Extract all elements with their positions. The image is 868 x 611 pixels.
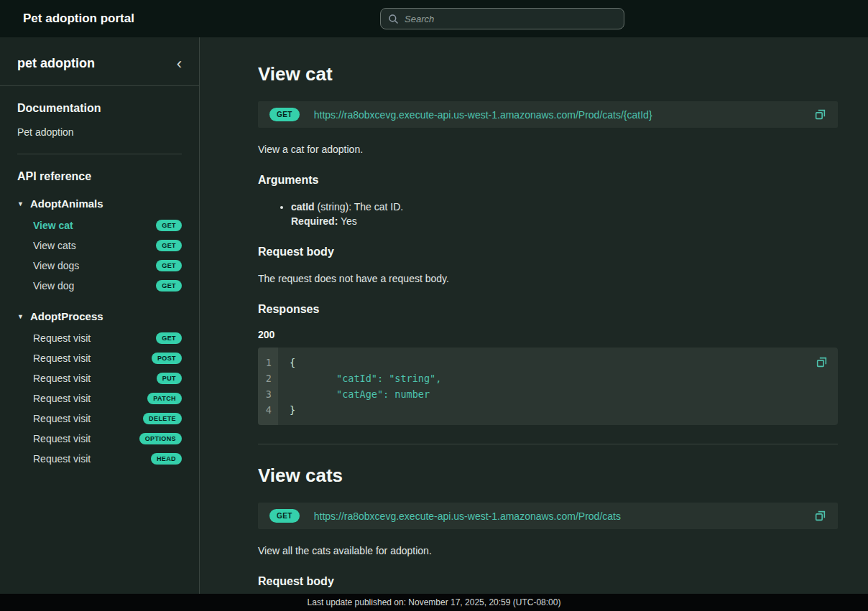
nav-item-label: View dogs <box>33 260 79 271</box>
code-lines: { "catId": "string", "catAge": number } <box>278 348 838 425</box>
sidebar-item-request-visit-post[interactable]: Request visit POST <box>17 348 182 368</box>
sidebar-item-view-cat[interactable]: View cat GET <box>17 215 182 235</box>
documentation-section: Documentation Pet adoption <box>0 86 199 138</box>
line-number: 2 <box>262 370 272 386</box>
operation-description: View a cat for adoption. <box>258 142 838 157</box>
nav-item-label: Request visit <box>33 393 91 404</box>
response-status-code: 200 <box>258 329 838 340</box>
request-body-text: The request does not have a request body… <box>258 271 838 286</box>
sidebar-item-request-visit-options[interactable]: Request visit OPTIONS <box>17 429 182 449</box>
group-adopt-process[interactable]: ▼ AdoptProcess <box>17 310 182 322</box>
arguments-heading: Arguments <box>258 174 838 187</box>
line-number: 3 <box>262 386 272 402</box>
line-number: 4 <box>262 402 272 418</box>
sidebar-item-request-visit-patch[interactable]: Request visit PATCH <box>17 388 182 409</box>
search-icon <box>388 14 399 24</box>
section-divider <box>258 444 838 444</box>
nav-item-label: Request visit <box>33 373 91 384</box>
app-root: Pet adoption portal pet adoption ‹ Docum… <box>0 0 868 611</box>
nav-item-label: Request visit <box>33 353 91 364</box>
operation-description: View all the cats available for adoption… <box>258 544 838 558</box>
group-label: AdoptProcess <box>30 310 103 322</box>
collapse-sidebar-icon[interactable]: ‹ <box>174 59 185 69</box>
endpoint-url-link[interactable]: https://ra8obxcevg.execute-api.us-west-1… <box>314 510 621 522</box>
method-badge: GET <box>269 509 300 523</box>
method-badge: PUT <box>157 373 182 384</box>
adopt-process-items: Request visit GET Request visit POST Req… <box>17 328 182 469</box>
method-badge: GET <box>156 332 182 344</box>
code-line: } <box>290 402 838 418</box>
group-label: AdoptAnimals <box>30 197 103 210</box>
endpoint-bar: GET https://ra8obxcevg.execute-api.us-we… <box>258 503 838 529</box>
operation-title: View cats <box>258 465 838 487</box>
endpoint-bar: GET https://ra8obxcevg.execute-api.us-we… <box>258 101 838 128</box>
caret-down-icon: ▼ <box>17 200 24 207</box>
argument-description: (string): The cat ID. <box>315 201 403 213</box>
code-line: "catId": "string", <box>290 370 838 386</box>
method-badge: GET <box>156 240 182 251</box>
arguments-list: catId (string): The cat ID. Required: Ye… <box>258 200 838 228</box>
argument-required-label: Required: <box>291 215 338 227</box>
copy-icon[interactable] <box>814 510 826 522</box>
adopt-animals-items: View cat GET View cats GET View dogs GET… <box>17 215 182 296</box>
nav-item-label: Request visit <box>33 332 91 344</box>
operation-title: View cat <box>258 63 838 85</box>
code-line: { <box>290 355 838 370</box>
argument-required-value: Yes <box>338 215 356 227</box>
main-content: View cat GET https://ra8obxcevg.execute-… <box>200 37 868 611</box>
operation-view-cat: View cat GET https://ra8obxcevg.execute-… <box>258 63 838 425</box>
search-input[interactable] <box>405 14 617 24</box>
caret-down-icon: ▼ <box>17 313 24 320</box>
nav-item-label: Request visit <box>33 433 91 444</box>
sidebar-item-view-dog[interactable]: View dog GET <box>17 276 182 296</box>
method-badge: PATCH <box>147 393 182 404</box>
code-line: "catAge": number <box>290 386 838 402</box>
argument-item: catId (string): The cat ID. Required: Ye… <box>291 200 838 228</box>
method-badge: GET <box>156 260 182 271</box>
group-adopt-animals[interactable]: ▼ AdoptAnimals <box>17 197 182 210</box>
copy-icon[interactable] <box>816 356 828 368</box>
documentation-heading: Documentation <box>17 102 182 115</box>
sidebar-item-request-visit-head[interactable]: Request visit HEAD <box>17 449 182 469</box>
nav-item-label: Request visit <box>33 453 91 465</box>
method-badge: DELETE <box>143 413 182 424</box>
argument-name: catId <box>291 201 315 213</box>
line-number: 1 <box>262 355 272 370</box>
method-badge: GET <box>156 280 182 291</box>
method-badge: GET <box>269 108 300 121</box>
sidebar-item-view-cats[interactable]: View cats GET <box>17 235 182 256</box>
last-update-text: Last update published on: November 17, 2… <box>308 597 561 607</box>
response-code-block: 1 2 3 4 { "catId": "string", "catAge": n… <box>258 348 838 425</box>
method-badge: POST <box>152 353 182 364</box>
request-body-heading: Request body <box>258 246 838 258</box>
api-reference-section: API reference ▼ AdoptAnimals View cat GE… <box>0 154 199 469</box>
sidebar-item-request-visit-get[interactable]: Request visit GET <box>17 328 182 348</box>
request-body-heading: Request body <box>258 575 838 588</box>
page-body: pet adoption ‹ Documentation Pet adoptio… <box>0 37 868 611</box>
footer: Last update published on: November 17, 2… <box>0 594 868 611</box>
nav-item-label: View cat <box>33 220 73 231</box>
code-line-numbers: 1 2 3 4 <box>258 348 278 425</box>
sidebar-item-pet-adoption[interactable]: Pet adoption <box>17 126 182 138</box>
copy-icon[interactable] <box>814 108 826 121</box>
sidebar-item-request-visit-delete[interactable]: Request visit DELETE <box>17 409 182 429</box>
api-reference-heading: API reference <box>17 170 182 183</box>
nav-item-label: View cats <box>33 240 76 251</box>
nav-item-label: Request visit <box>33 413 91 424</box>
sidebar-item-request-visit-put[interactable]: Request visit PUT <box>17 368 182 388</box>
operation-view-cats: View cats GET https://ra8obxcevg.execute… <box>258 465 838 611</box>
top-navigation-bar: Pet adoption portal <box>0 0 868 37</box>
method-badge: HEAD <box>151 453 182 465</box>
sidebar-header: pet adoption ‹ <box>0 37 199 85</box>
sidebar-item-view-dogs[interactable]: View dogs GET <box>17 256 182 276</box>
endpoint-url-link[interactable]: https://ra8obxcevg.execute-api.us-west-1… <box>314 109 652 121</box>
sidebar: pet adoption ‹ Documentation Pet adoptio… <box>0 37 200 611</box>
responses-heading: Responses <box>258 303 838 316</box>
sidebar-title: pet adoption <box>17 56 95 71</box>
method-badge: OPTIONS <box>139 433 182 444</box>
portal-title: Pet adoption portal <box>23 11 134 26</box>
nav-item-label: View dog <box>33 280 74 291</box>
method-badge: GET <box>156 220 182 231</box>
search-box[interactable] <box>380 8 624 29</box>
